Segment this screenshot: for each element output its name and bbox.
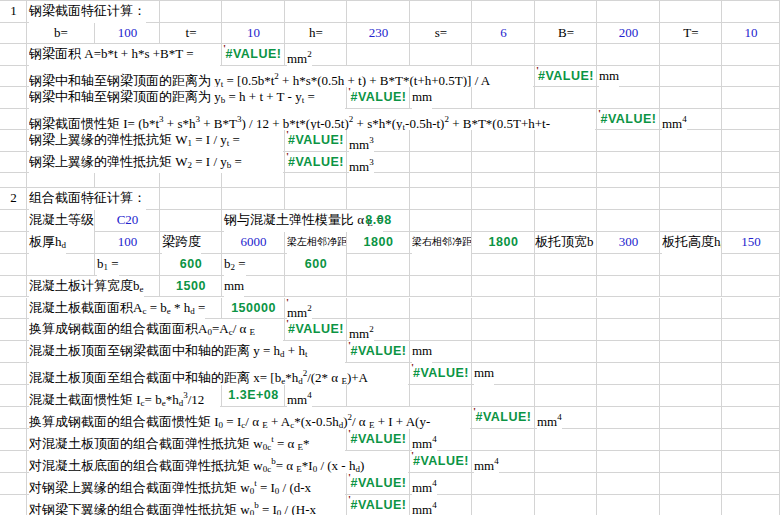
grid-cell-r4c13[interactable] [722, 66, 780, 88]
grid-cell-r3c9[interactable] [472, 44, 535, 66]
grid-cell-r18c1[interactable] [0, 363, 27, 385]
grid-cell-r16c8[interactable] [410, 319, 472, 341]
grid-cell-r10c13[interactable] [722, 188, 780, 210]
grid-cell-r14c8[interactable] [410, 276, 472, 298]
grid-cell-r13c1[interactable] [0, 254, 27, 276]
grid-cell-r1c4[interactable] [160, 1, 222, 23]
grid-cell-r1c7[interactable] [347, 1, 410, 23]
grid-cell-r14c1[interactable] [0, 276, 27, 298]
grid-cell-r6c1[interactable] [0, 109, 27, 131]
grid-cell-r14c12[interactable] [660, 276, 722, 298]
grid-cell-r11c8[interactable] [410, 210, 472, 232]
grid-cell-r13c10[interactable] [535, 254, 597, 276]
grid-cell-r5c9[interactable] [472, 87, 535, 109]
grid-cell-r13c2[interactable] [27, 254, 95, 276]
grid-cell-r4c12[interactable] [660, 66, 722, 88]
grid-cell-r15c11[interactable] [597, 298, 660, 320]
grid-cell-r8c13[interactable] [722, 152, 780, 174]
grid-cell-r19c9[interactable] [472, 385, 535, 407]
grid-cell-r16c1[interactable] [0, 319, 27, 341]
grid-cell-r22c12[interactable] [660, 451, 722, 473]
grid-cell-r10c5[interactable] [222, 188, 285, 210]
grid-cell-r9c13[interactable] [722, 173, 780, 188]
grid-cell-r22c11[interactable] [597, 451, 660, 473]
grid-cell-r9c5[interactable] [222, 173, 285, 188]
grid-cell-r24c10[interactable] [535, 495, 597, 515]
grid-cell-r3c7[interactable] [347, 44, 410, 66]
grid-cell-r11c13[interactable] [722, 210, 780, 232]
grid-cell-r16c10[interactable] [535, 319, 597, 341]
grid-cell-r13c8[interactable] [410, 254, 472, 276]
grid-cell-r24c11[interactable] [597, 495, 660, 515]
grid-cell-r13c11[interactable] [597, 254, 660, 276]
grid-cell-r13c13[interactable] [722, 254, 780, 276]
grid-cell-r15c1[interactable] [0, 298, 27, 320]
grid-cell-r8c9[interactable] [472, 152, 535, 174]
grid-cell-r7c9[interactable] [472, 130, 535, 152]
grid-cell-r3c8[interactable] [410, 44, 472, 66]
grid-cell-r11c11[interactable] [597, 210, 660, 232]
grid-cell-r20c13[interactable] [722, 407, 780, 429]
grid-cell-r9c4[interactable] [160, 173, 222, 188]
grid-cell-r14c11[interactable] [597, 276, 660, 298]
grid-cell-r7c11[interactable] [597, 130, 660, 152]
grid-cell-r1c11[interactable] [597, 1, 660, 23]
grid-cell-r17c1[interactable] [0, 341, 27, 363]
grid-cell-r9c3[interactable] [95, 173, 160, 188]
grid-cell-r1c10[interactable] [535, 1, 597, 23]
grid-cell-r24c13[interactable] [722, 495, 780, 515]
grid-cell-r21c10[interactable] [535, 429, 597, 451]
grid-cell-r15c7[interactable] [347, 298, 410, 320]
grid-cell-r23c12[interactable] [660, 473, 722, 495]
grid-cell-r10c9[interactable] [472, 188, 535, 210]
grid-cell-r23c11[interactable] [597, 473, 660, 495]
grid-cell-r6c13[interactable] [722, 109, 780, 131]
grid-cell-r7c10[interactable] [535, 130, 597, 152]
grid-cell-r9c6[interactable] [285, 173, 347, 188]
grid-cell-r13c9[interactable] [472, 254, 535, 276]
grid-cell-r14c13[interactable] [722, 276, 780, 298]
grid-cell-r3c1[interactable] [0, 44, 27, 66]
grid-cell-r16c13[interactable] [722, 319, 780, 341]
grid-cell-r23c13[interactable] [722, 473, 780, 495]
grid-cell-r23c10[interactable] [535, 473, 597, 495]
grid-cell-r24c9[interactable] [472, 495, 535, 515]
grid-cell-r7c12[interactable] [660, 130, 722, 152]
grid-cell-r3c11[interactable] [597, 44, 660, 66]
grid-cell-r18c13[interactable] [722, 363, 780, 385]
grid-cell-r3c12[interactable] [660, 44, 722, 66]
grid-cell-r11c1[interactable] [0, 210, 27, 232]
grid-cell-r19c13[interactable] [722, 385, 780, 407]
grid-cell-r10c8[interactable] [410, 188, 472, 210]
grid-cell-r19c10[interactable] [535, 385, 597, 407]
grid-cell-r15c13[interactable] [722, 298, 780, 320]
grid-cell-r14c7[interactable] [347, 276, 410, 298]
grid-cell-r10c10[interactable] [535, 188, 597, 210]
grid-cell-r1c9[interactable] [472, 1, 535, 23]
grid-cell-r19c1[interactable] [0, 385, 27, 407]
grid-cell-r9c10[interactable] [535, 173, 597, 188]
grid-cell-r11c4[interactable] [160, 210, 222, 232]
grid-cell-r15c9[interactable] [472, 298, 535, 320]
grid-cell-r10c7[interactable] [347, 188, 410, 210]
grid-cell-r1c12[interactable] [660, 1, 722, 23]
grid-cell-r21c11[interactable] [597, 429, 660, 451]
grid-cell-r17c10[interactable] [535, 341, 597, 363]
grid-cell-r20c12[interactable] [660, 407, 722, 429]
grid-cell-r22c1[interactable] [0, 451, 27, 473]
grid-cell-r1c6[interactable] [285, 1, 347, 23]
grid-cell-r19c11[interactable] [597, 385, 660, 407]
grid-cell-r11c12[interactable] [660, 210, 722, 232]
grid-cell-r5c12[interactable] [660, 87, 722, 109]
grid-cell-r3c10[interactable] [535, 44, 597, 66]
grid-cell-r21c13[interactable] [722, 429, 780, 451]
grid-cell-r10c4[interactable] [160, 188, 222, 210]
grid-cell-r5c10[interactable] [535, 87, 597, 109]
grid-cell-r3c13[interactable] [722, 44, 780, 66]
grid-cell-r17c9[interactable] [472, 341, 535, 363]
grid-cell-r21c9[interactable] [472, 429, 535, 451]
grid-cell-r16c11[interactable] [597, 319, 660, 341]
grid-cell-r21c1[interactable] [0, 429, 27, 451]
grid-cell-r23c1[interactable] [0, 473, 27, 495]
grid-cell-r15c8[interactable] [410, 298, 472, 320]
